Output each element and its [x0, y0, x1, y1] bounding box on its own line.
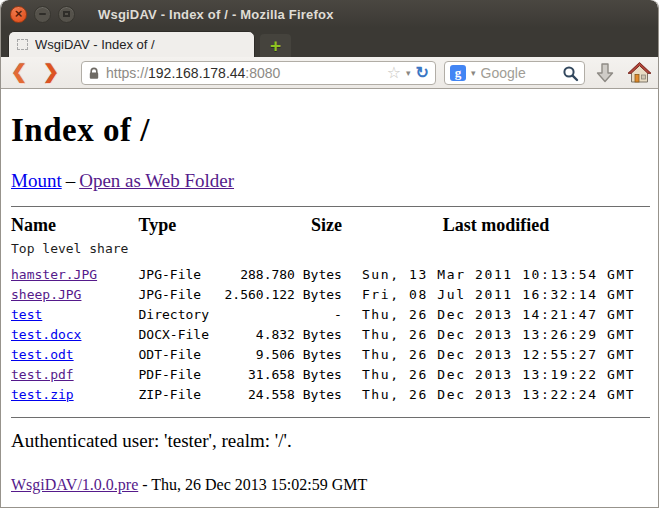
file-name-cell: test.pdf	[11, 364, 139, 384]
wsgidav-version-link[interactable]: WsgiDAV/1.0.0.pre	[11, 476, 138, 493]
divider-bottom	[11, 417, 650, 418]
file-link[interactable]: test.odt	[11, 347, 74, 362]
maximize-icon	[63, 11, 70, 17]
file-size-cell: 31.658 Bytes	[225, 364, 342, 384]
bookmark-star-icon[interactable]: ☆	[387, 65, 401, 81]
window-maximize-button[interactable]	[58, 6, 75, 23]
column-header-name: Name	[11, 215, 139, 241]
file-type-cell: ZIP-File	[139, 384, 225, 404]
page-content: Index of / Mount–Open as Web Folder Name…	[1, 90, 658, 508]
table-row: hamster.JPG JPG-File 288.780 Bytes Sun, …	[11, 264, 650, 284]
file-type-cell: DOCX-File	[139, 324, 225, 344]
forward-button[interactable]: ❯	[43, 60, 59, 84]
url-host: 192.168.178.44	[148, 65, 245, 81]
file-modified-cell: Thu, 26 Dec 2013 13:22:24 GMT	[342, 384, 650, 404]
table-header-row: Name Type Size Last modified	[11, 215, 650, 241]
window-close-button[interactable]: ×	[10, 6, 27, 23]
file-type-cell: ODT-File	[139, 344, 225, 364]
plus-icon: +	[270, 36, 281, 55]
firefox-window: × WsgiDAV - Index of / - Mozilla Firefox…	[0, 0, 659, 508]
file-listing-table: Name Type Size Last modified Top level s…	[11, 215, 650, 404]
favicon-placeholder-icon	[17, 39, 28, 50]
page-title: Index of /	[11, 112, 650, 149]
file-link[interactable]: test.zip	[11, 387, 74, 402]
search-engine-dropdown-icon[interactable]: ▾	[471, 68, 476, 78]
minimize-icon	[39, 13, 46, 15]
search-input[interactable]	[481, 65, 562, 81]
file-name-cell: test.docx	[11, 324, 139, 344]
file-modified-cell: Thu, 26 Dec 2013 12:55:27 GMT	[342, 344, 650, 364]
table-row: test.pdf PDF-File 31.658 Bytes Thu, 26 D…	[11, 364, 650, 384]
table-row: sheep.JPG JPG-File 2.560.122 Bytes Fri, …	[11, 284, 650, 304]
lock-icon	[88, 67, 100, 80]
column-header-size: Size	[225, 215, 342, 241]
url-port: :8080	[245, 65, 280, 81]
new-tab-button[interactable]: +	[260, 34, 291, 57]
url-text: https://192.168.178.44:8080	[106, 65, 387, 81]
file-type-cell: PDF-File	[139, 364, 225, 384]
url-bar[interactable]: https://192.168.178.44:8080 ☆ ▾ ↻	[81, 61, 436, 85]
table-row: test.zip ZIP-File 24.558 Bytes Thu, 26 D…	[11, 384, 650, 404]
open-as-web-folder-link[interactable]: Open as Web Folder	[79, 170, 234, 191]
window-title: WsgiDAV - Index of / - Mozilla Firefox	[98, 7, 334, 22]
file-size-cell: -	[225, 304, 342, 324]
window-minimize-button[interactable]	[34, 6, 51, 23]
close-icon: ×	[15, 7, 23, 20]
file-link[interactable]: hamster.JPG	[11, 267, 97, 282]
navigation-toolbar: ❮ ❯ https://192.168.178.44:8080 ☆ ▾ ↻ g …	[1, 57, 658, 89]
window-controls: ×	[10, 6, 75, 23]
server-footer: WsgiDAV/1.0.0.pre - Thu, 26 Dec 2013 15:…	[11, 476, 650, 494]
file-modified-cell: Thu, 26 Dec 2013 13:19:22 GMT	[342, 364, 650, 384]
home-icon	[627, 61, 652, 85]
file-name-cell: test	[11, 304, 139, 324]
file-name-cell: sheep.JPG	[11, 284, 139, 304]
table-row: test.docx DOCX-File 4.832 Bytes Thu, 26 …	[11, 324, 650, 344]
file-modified-cell: Thu, 26 Dec 2013 13:26:29 GMT	[342, 324, 650, 344]
search-icon[interactable]	[562, 65, 579, 82]
column-header-type: Type	[139, 215, 225, 241]
share-note-row: Top level share	[11, 241, 650, 264]
file-modified-cell: Sun, 13 Mar 2011 10:13:54 GMT	[342, 264, 650, 284]
file-name-cell: test.zip	[11, 384, 139, 404]
home-button[interactable]	[627, 61, 652, 89]
file-type-cell: JPG-File	[139, 284, 225, 304]
share-note: Top level share	[11, 241, 650, 264]
reload-icon[interactable]: ↻	[416, 65, 429, 81]
divider-top	[11, 206, 650, 207]
url-dropdown-icon[interactable]: ▾	[406, 68, 411, 78]
file-size-cell: 24.558 Bytes	[225, 384, 342, 404]
table-row: test.odt ODT-File 9.506 Bytes Thu, 26 De…	[11, 344, 650, 364]
file-link[interactable]: sheep.JPG	[11, 287, 81, 302]
link-separator: –	[66, 170, 76, 191]
tab-wsgidav[interactable]: WsgiDAV - Index of /	[8, 31, 255, 57]
file-type-cell: Directory	[139, 304, 225, 324]
footer-timestamp: - Thu, 26 Dec 2013 15:02:59 GMT	[138, 476, 367, 493]
action-links: Mount–Open as Web Folder	[11, 170, 650, 192]
google-engine-icon[interactable]: g	[450, 65, 466, 81]
file-link[interactable]: test	[11, 307, 42, 322]
auth-status: Authenticated user: 'tester', realm: '/'…	[11, 430, 650, 452]
search-bar[interactable]: g ▾	[444, 61, 585, 85]
downloads-button[interactable]	[593, 61, 617, 89]
file-type-cell: JPG-File	[139, 264, 225, 284]
file-size-cell: 4.832 Bytes	[225, 324, 342, 344]
file-name-cell: test.odt	[11, 344, 139, 364]
file-modified-cell: Fri, 08 Jul 2011 16:32:14 GMT	[342, 284, 650, 304]
table-row: test Directory - Thu, 26 Dec 2013 14:21:…	[11, 304, 650, 324]
mount-link[interactable]: Mount	[11, 170, 62, 191]
file-size-cell: 2.560.122 Bytes	[225, 284, 342, 304]
url-scheme: https://	[106, 65, 148, 81]
tab-label: WsgiDAV - Index of /	[35, 37, 155, 52]
window-titlebar[interactable]: × WsgiDAV - Index of / - Mozilla Firefox	[1, 0, 658, 28]
download-arrow-icon	[593, 61, 617, 85]
file-size-cell: 9.506 Bytes	[225, 344, 342, 364]
file-name-cell: hamster.JPG	[11, 264, 139, 284]
column-header-last-modified: Last modified	[342, 215, 650, 241]
file-link[interactable]: test.pdf	[11, 367, 74, 382]
tab-bar: WsgiDAV - Index of / +	[1, 28, 658, 57]
back-button[interactable]: ❮	[11, 60, 27, 84]
file-size-cell: 288.780 Bytes	[225, 264, 342, 284]
file-modified-cell: Thu, 26 Dec 2013 14:21:47 GMT	[342, 304, 650, 324]
file-link[interactable]: test.docx	[11, 327, 81, 342]
